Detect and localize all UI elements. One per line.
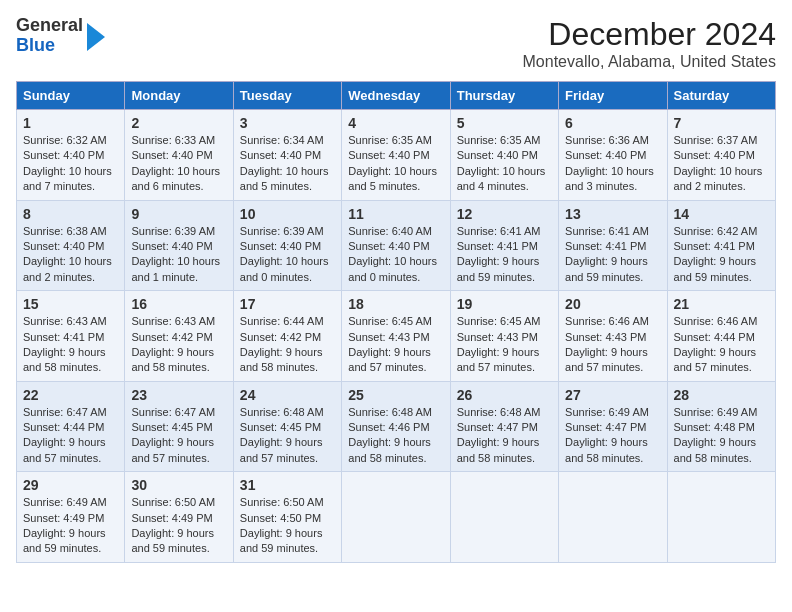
title-block: December 2024 Montevallo, Alabama, Unite… bbox=[523, 16, 776, 71]
calendar-cell: 16Sunrise: 6:43 AMSunset: 4:42 PMDayligh… bbox=[125, 291, 233, 382]
day-number: 17 bbox=[240, 296, 335, 312]
day-number: 5 bbox=[457, 115, 552, 131]
day-details: Sunrise: 6:47 AMSunset: 4:44 PMDaylight:… bbox=[23, 406, 107, 464]
calendar-week-2: 8Sunrise: 6:38 AMSunset: 4:40 PMDaylight… bbox=[17, 200, 776, 291]
day-details: Sunrise: 6:48 AMSunset: 4:47 PMDaylight:… bbox=[457, 406, 541, 464]
calendar-cell: 5Sunrise: 6:35 AMSunset: 4:40 PMDaylight… bbox=[450, 110, 558, 201]
calendar-cell: 6Sunrise: 6:36 AMSunset: 4:40 PMDaylight… bbox=[559, 110, 667, 201]
day-details: Sunrise: 6:49 AMSunset: 4:49 PMDaylight:… bbox=[23, 496, 107, 554]
calendar-cell: 3Sunrise: 6:34 AMSunset: 4:40 PMDaylight… bbox=[233, 110, 341, 201]
calendar-week-1: 1Sunrise: 6:32 AMSunset: 4:40 PMDaylight… bbox=[17, 110, 776, 201]
day-details: Sunrise: 6:38 AMSunset: 4:40 PMDaylight:… bbox=[23, 225, 112, 283]
logo-text: General Blue bbox=[16, 15, 83, 55]
day-details: Sunrise: 6:49 AMSunset: 4:47 PMDaylight:… bbox=[565, 406, 649, 464]
day-details: Sunrise: 6:41 AMSunset: 4:41 PMDaylight:… bbox=[565, 225, 649, 283]
calendar-cell: 10Sunrise: 6:39 AMSunset: 4:40 PMDayligh… bbox=[233, 200, 341, 291]
day-number: 7 bbox=[674, 115, 769, 131]
day-number: 21 bbox=[674, 296, 769, 312]
calendar-cell: 27Sunrise: 6:49 AMSunset: 4:47 PMDayligh… bbox=[559, 381, 667, 472]
calendar-week-4: 22Sunrise: 6:47 AMSunset: 4:44 PMDayligh… bbox=[17, 381, 776, 472]
logo: General Blue bbox=[16, 16, 105, 56]
calendar-cell: 11Sunrise: 6:40 AMSunset: 4:40 PMDayligh… bbox=[342, 200, 450, 291]
day-details: Sunrise: 6:46 AMSunset: 4:43 PMDaylight:… bbox=[565, 315, 649, 373]
day-number: 27 bbox=[565, 387, 660, 403]
day-details: Sunrise: 6:44 AMSunset: 4:42 PMDaylight:… bbox=[240, 315, 324, 373]
calendar-cell: 8Sunrise: 6:38 AMSunset: 4:40 PMDaylight… bbox=[17, 200, 125, 291]
day-number: 2 bbox=[131, 115, 226, 131]
day-number: 18 bbox=[348, 296, 443, 312]
calendar-cell: 15Sunrise: 6:43 AMSunset: 4:41 PMDayligh… bbox=[17, 291, 125, 382]
day-details: Sunrise: 6:39 AMSunset: 4:40 PMDaylight:… bbox=[131, 225, 220, 283]
calendar-cell: 19Sunrise: 6:45 AMSunset: 4:43 PMDayligh… bbox=[450, 291, 558, 382]
day-details: Sunrise: 6:46 AMSunset: 4:44 PMDaylight:… bbox=[674, 315, 758, 373]
day-number: 14 bbox=[674, 206, 769, 222]
calendar-header: SundayMondayTuesdayWednesdayThursdayFrid… bbox=[17, 82, 776, 110]
calendar-cell: 21Sunrise: 6:46 AMSunset: 4:44 PMDayligh… bbox=[667, 291, 775, 382]
day-number: 30 bbox=[131, 477, 226, 493]
day-details: Sunrise: 6:41 AMSunset: 4:41 PMDaylight:… bbox=[457, 225, 541, 283]
day-number: 3 bbox=[240, 115, 335, 131]
calendar-cell: 14Sunrise: 6:42 AMSunset: 4:41 PMDayligh… bbox=[667, 200, 775, 291]
day-number: 9 bbox=[131, 206, 226, 222]
calendar-cell: 17Sunrise: 6:44 AMSunset: 4:42 PMDayligh… bbox=[233, 291, 341, 382]
day-details: Sunrise: 6:35 AMSunset: 4:40 PMDaylight:… bbox=[348, 134, 437, 192]
day-details: Sunrise: 6:49 AMSunset: 4:48 PMDaylight:… bbox=[674, 406, 758, 464]
calendar-cell: 23Sunrise: 6:47 AMSunset: 4:45 PMDayligh… bbox=[125, 381, 233, 472]
calendar-cell: 22Sunrise: 6:47 AMSunset: 4:44 PMDayligh… bbox=[17, 381, 125, 472]
day-number: 29 bbox=[23, 477, 118, 493]
column-header-wednesday: Wednesday bbox=[342, 82, 450, 110]
day-number: 8 bbox=[23, 206, 118, 222]
calendar-cell: 4Sunrise: 6:35 AMSunset: 4:40 PMDaylight… bbox=[342, 110, 450, 201]
day-number: 22 bbox=[23, 387, 118, 403]
calendar-cell: 7Sunrise: 6:37 AMSunset: 4:40 PMDaylight… bbox=[667, 110, 775, 201]
day-details: Sunrise: 6:48 AMSunset: 4:46 PMDaylight:… bbox=[348, 406, 432, 464]
calendar-cell: 25Sunrise: 6:48 AMSunset: 4:46 PMDayligh… bbox=[342, 381, 450, 472]
calendar-cell bbox=[667, 472, 775, 563]
page-subtitle: Montevallo, Alabama, United States bbox=[523, 53, 776, 71]
calendar-week-5: 29Sunrise: 6:49 AMSunset: 4:49 PMDayligh… bbox=[17, 472, 776, 563]
day-number: 15 bbox=[23, 296, 118, 312]
calendar-cell: 1Sunrise: 6:32 AMSunset: 4:40 PMDaylight… bbox=[17, 110, 125, 201]
calendar-cell: 26Sunrise: 6:48 AMSunset: 4:47 PMDayligh… bbox=[450, 381, 558, 472]
logo-arrow-icon bbox=[87, 23, 105, 51]
day-details: Sunrise: 6:40 AMSunset: 4:40 PMDaylight:… bbox=[348, 225, 437, 283]
day-number: 16 bbox=[131, 296, 226, 312]
day-number: 10 bbox=[240, 206, 335, 222]
calendar-cell: 13Sunrise: 6:41 AMSunset: 4:41 PMDayligh… bbox=[559, 200, 667, 291]
day-details: Sunrise: 6:48 AMSunset: 4:45 PMDaylight:… bbox=[240, 406, 324, 464]
day-details: Sunrise: 6:33 AMSunset: 4:40 PMDaylight:… bbox=[131, 134, 220, 192]
day-details: Sunrise: 6:32 AMSunset: 4:40 PMDaylight:… bbox=[23, 134, 112, 192]
day-number: 31 bbox=[240, 477, 335, 493]
column-header-thursday: Thursday bbox=[450, 82, 558, 110]
calendar-cell: 12Sunrise: 6:41 AMSunset: 4:41 PMDayligh… bbox=[450, 200, 558, 291]
calendar-cell: 20Sunrise: 6:46 AMSunset: 4:43 PMDayligh… bbox=[559, 291, 667, 382]
day-details: Sunrise: 6:43 AMSunset: 4:41 PMDaylight:… bbox=[23, 315, 107, 373]
calendar-table: SundayMondayTuesdayWednesdayThursdayFrid… bbox=[16, 81, 776, 563]
calendar-cell: 28Sunrise: 6:49 AMSunset: 4:48 PMDayligh… bbox=[667, 381, 775, 472]
day-number: 11 bbox=[348, 206, 443, 222]
calendar-cell: 24Sunrise: 6:48 AMSunset: 4:45 PMDayligh… bbox=[233, 381, 341, 472]
calendar-cell: 31Sunrise: 6:50 AMSunset: 4:50 PMDayligh… bbox=[233, 472, 341, 563]
day-details: Sunrise: 6:50 AMSunset: 4:49 PMDaylight:… bbox=[131, 496, 215, 554]
day-details: Sunrise: 6:39 AMSunset: 4:40 PMDaylight:… bbox=[240, 225, 329, 283]
day-details: Sunrise: 6:45 AMSunset: 4:43 PMDaylight:… bbox=[457, 315, 541, 373]
day-details: Sunrise: 6:35 AMSunset: 4:40 PMDaylight:… bbox=[457, 134, 546, 192]
day-number: 20 bbox=[565, 296, 660, 312]
calendar-cell: 29Sunrise: 6:49 AMSunset: 4:49 PMDayligh… bbox=[17, 472, 125, 563]
day-number: 6 bbox=[565, 115, 660, 131]
calendar-cell: 9Sunrise: 6:39 AMSunset: 4:40 PMDaylight… bbox=[125, 200, 233, 291]
day-details: Sunrise: 6:42 AMSunset: 4:41 PMDaylight:… bbox=[674, 225, 758, 283]
day-details: Sunrise: 6:45 AMSunset: 4:43 PMDaylight:… bbox=[348, 315, 432, 373]
day-details: Sunrise: 6:36 AMSunset: 4:40 PMDaylight:… bbox=[565, 134, 654, 192]
day-number: 24 bbox=[240, 387, 335, 403]
day-number: 23 bbox=[131, 387, 226, 403]
day-number: 19 bbox=[457, 296, 552, 312]
day-number: 28 bbox=[674, 387, 769, 403]
column-header-monday: Monday bbox=[125, 82, 233, 110]
column-header-saturday: Saturday bbox=[667, 82, 775, 110]
calendar-cell bbox=[450, 472, 558, 563]
day-number: 12 bbox=[457, 206, 552, 222]
calendar-cell: 18Sunrise: 6:45 AMSunset: 4:43 PMDayligh… bbox=[342, 291, 450, 382]
page-header: General Blue December 2024 Montevallo, A… bbox=[16, 16, 776, 71]
page-title: December 2024 bbox=[523, 16, 776, 53]
